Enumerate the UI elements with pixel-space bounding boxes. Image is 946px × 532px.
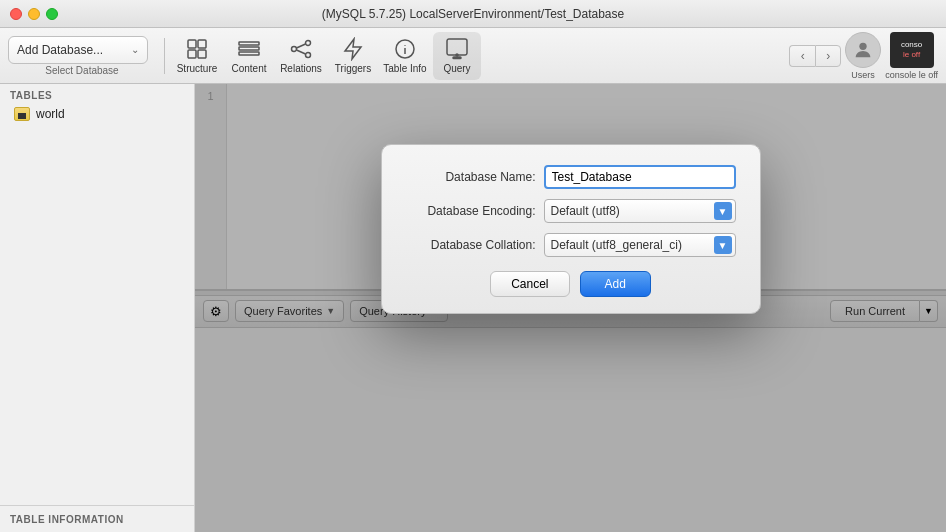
relations-label: Relations: [280, 63, 322, 74]
sidebar-item-world[interactable]: world: [4, 104, 190, 124]
tables-section-header: TABLES: [0, 84, 194, 104]
svg-rect-5: [239, 47, 259, 50]
maximize-button[interactable]: [46, 8, 58, 20]
nav-forward-button[interactable]: ›: [815, 45, 841, 67]
collation-select-wrapper: Default (utf8_general_ci) ▼: [544, 233, 736, 257]
triggers-label: Triggers: [335, 63, 371, 74]
svg-rect-1: [198, 40, 206, 48]
encoding-select-wrapper: Default (utf8) ▼: [544, 199, 736, 223]
relations-button[interactable]: Relations: [277, 32, 325, 80]
close-button[interactable]: [10, 8, 22, 20]
sidebar: TABLES world TABLE INFORMATION: [0, 84, 195, 532]
structure-button[interactable]: Structure: [173, 32, 221, 80]
user-avatar[interactable]: [845, 32, 881, 68]
svg-rect-15: [447, 39, 467, 55]
structure-label: Structure: [177, 63, 218, 74]
toolbar-right: ‹ › Users conso le off console le off: [789, 32, 938, 80]
query-button[interactable]: Query: [433, 32, 481, 80]
svg-rect-6: [239, 52, 259, 55]
select-database-label: Select Database: [45, 65, 118, 76]
db-selector-label: Add Database...: [17, 43, 131, 57]
db-name-row: Database Name:: [406, 165, 736, 189]
db-selector-arrow-icon: ⌄: [131, 44, 139, 55]
collation-label: Database Collation:: [406, 238, 536, 252]
content-button[interactable]: Content: [225, 32, 273, 80]
svg-point-9: [306, 53, 311, 58]
main-area: TABLES world TABLE INFORMATION 1 ⚙ Q: [0, 84, 946, 532]
window-controls: [10, 8, 58, 20]
users-label: Users: [851, 70, 875, 80]
cancel-label: Cancel: [511, 277, 548, 291]
db-name-label: Database Name:: [406, 170, 536, 184]
table-information-label: TABLE INFORMATION: [10, 514, 124, 525]
svg-point-7: [292, 47, 297, 52]
console-box[interactable]: conso le off: [890, 32, 934, 68]
content-area: 1 ⚙ Query Favorites ▼ Query History ▼ R: [195, 84, 946, 532]
modal-buttons: Cancel Add: [406, 271, 736, 297]
svg-rect-17: [453, 57, 461, 59]
sidebar-bottom: TABLE INFORMATION: [0, 505, 194, 532]
add-database-modal: Database Name: Database Encoding: Defaul…: [381, 144, 761, 314]
svg-rect-2: [188, 50, 196, 58]
console-btn-label: console le off: [885, 70, 938, 80]
collation-row: Database Collation: Default (utf8_genera…: [406, 233, 736, 257]
svg-rect-0: [188, 40, 196, 48]
console-label-2: le off: [903, 50, 920, 59]
sidebar-item-world-label: world: [36, 107, 65, 121]
toolbar: Add Database... ⌄ Select Database Struct…: [0, 28, 946, 84]
window-title: (MySQL 5.7.25) LocalServerEnvironment/Te…: [322, 7, 624, 21]
svg-rect-4: [239, 42, 259, 45]
collation-select[interactable]: Default (utf8_general_ci): [544, 233, 736, 257]
triggers-button[interactable]: Triggers: [329, 32, 377, 80]
toolbar-divider-1: [164, 38, 165, 74]
db-selector[interactable]: Add Database... ⌄: [8, 36, 148, 64]
encoding-row: Database Encoding: Default (utf8) ▼: [406, 199, 736, 223]
content-label: Content: [231, 63, 266, 74]
svg-line-10: [297, 44, 306, 48]
query-label: Query: [443, 63, 470, 74]
svg-rect-3: [198, 50, 206, 58]
modal-overlay: Database Name: Database Encoding: Defaul…: [195, 84, 946, 532]
db-name-input[interactable]: [544, 165, 736, 189]
encoding-select[interactable]: Default (utf8): [544, 199, 736, 223]
encoding-label: Database Encoding:: [406, 204, 536, 218]
table-info-label: Table Info: [383, 63, 426, 74]
nav-btn-group: ‹ ›: [789, 45, 841, 67]
svg-point-18: [859, 42, 866, 49]
cancel-button[interactable]: Cancel: [490, 271, 569, 297]
svg-point-8: [306, 41, 311, 46]
add-label: Add: [605, 277, 626, 291]
table-info-button[interactable]: Table Info: [381, 32, 429, 80]
svg-line-11: [297, 50, 306, 54]
console-label: conso: [901, 40, 922, 49]
nav-back-button[interactable]: ‹: [789, 45, 815, 67]
minimize-button[interactable]: [28, 8, 40, 20]
add-button[interactable]: Add: [580, 271, 651, 297]
table-icon: [14, 107, 30, 121]
titlebar: (MySQL 5.7.25) LocalServerEnvironment/Te…: [0, 0, 946, 28]
